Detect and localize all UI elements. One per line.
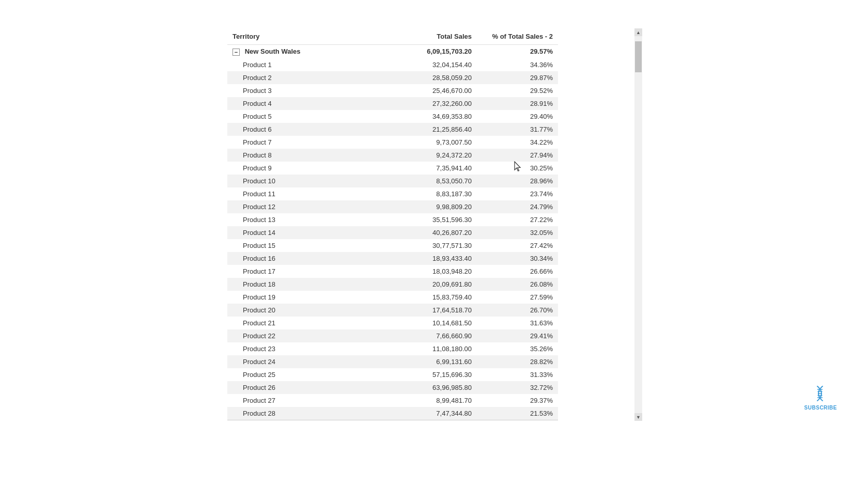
product-sales-cell: 18,03,948.20 xyxy=(365,265,477,278)
product-pct-cell: 29.40% xyxy=(477,110,558,123)
product-name-cell: Product 7 xyxy=(227,136,365,149)
table-row: Product 15 30,77,571.30 27.42% xyxy=(227,239,558,252)
total-sales-cell: 20,59,97,429.50 xyxy=(365,420,477,421)
scroll-down-arrow[interactable]: ▼ xyxy=(634,413,642,421)
subscribe-label: SUBSCRIBE xyxy=(804,405,837,411)
product-sales-cell: 9,98,809.20 xyxy=(365,200,477,213)
product-name-cell: Product 19 xyxy=(227,291,365,304)
table-row: Product 27 8,99,481.70 29.37% xyxy=(227,394,558,407)
product-name-cell: Product 2 xyxy=(227,71,365,84)
table-row: Product 26 63,96,985.80 32.72% xyxy=(227,381,558,394)
table-row: Product 28 7,47,344.80 21.53% xyxy=(227,407,558,420)
product-pct-cell: 26.08% xyxy=(477,278,558,291)
product-pct-cell: 31.77% xyxy=(477,123,558,136)
product-name-cell: Product 10 xyxy=(227,175,365,187)
product-pct-cell: 27.94% xyxy=(477,149,558,162)
product-sales-cell: 10,14,681.50 xyxy=(365,317,477,329)
product-pct-cell: 32.05% xyxy=(477,226,558,239)
dna-icon xyxy=(811,384,830,403)
product-sales-cell: 32,04,154.40 xyxy=(365,58,477,71)
table-row: Product 21 10,14,681.50 31.63% xyxy=(227,317,558,329)
scrollbar[interactable]: ▲ ▼ xyxy=(634,28,642,421)
table-row: Product 6 21,25,856.40 31.77% xyxy=(227,123,558,136)
group-name: New South Wales xyxy=(245,48,301,55)
subscribe-badge[interactable]: SUBSCRIBE xyxy=(804,384,837,411)
table-row: Product 12 9,98,809.20 24.79% xyxy=(227,200,558,213)
product-sales-cell: 20,09,691.80 xyxy=(365,278,477,291)
product-name-cell: Product 9 xyxy=(227,162,365,175)
product-sales-cell: 35,51,596.30 xyxy=(365,213,477,226)
product-sales-cell: 17,64,518.70 xyxy=(365,304,477,317)
product-sales-cell: 8,53,050.70 xyxy=(365,175,477,187)
product-name-cell: Product 4 xyxy=(227,97,365,110)
product-name-cell: Product 27 xyxy=(227,394,365,407)
table-row: Product 20 17,64,518.70 26.70% xyxy=(227,304,558,317)
product-name-cell: Product 6 xyxy=(227,123,365,136)
product-name-cell: Product 15 xyxy=(227,239,365,252)
group-territory-cell: − New South Wales xyxy=(227,45,365,58)
product-pct-cell: 30.25% xyxy=(477,162,558,175)
product-pct-cell: 26.66% xyxy=(477,265,558,278)
product-sales-cell: 6,99,131.60 xyxy=(365,355,477,368)
product-name-cell: Product 17 xyxy=(227,265,365,278)
table-row: Product 14 40,26,807.20 32.05% xyxy=(227,226,558,239)
product-sales-cell: 28,58,059.20 xyxy=(365,71,477,84)
product-name-cell: Product 8 xyxy=(227,149,365,162)
product-sales-cell: 63,96,985.80 xyxy=(365,381,477,394)
product-pct-cell: 29.52% xyxy=(477,84,558,97)
product-sales-cell: 40,26,807.20 xyxy=(365,226,477,239)
table-scroll-area[interactable]: Territory Total Sales % of Total Sales -… xyxy=(227,28,558,421)
product-name-cell: Product 22 xyxy=(227,329,365,342)
product-sales-cell: 57,15,696.30 xyxy=(365,368,477,381)
product-sales-cell: 8,83,187.30 xyxy=(365,187,477,200)
table-row: Product 8 9,24,372.20 27.94% xyxy=(227,149,558,162)
col-header-pct: % of Total Sales - 2 xyxy=(477,28,558,45)
table-row: Product 11 8,83,187.30 23.74% xyxy=(227,187,558,200)
table-row: Product 9 7,35,941.40 30.25% xyxy=(227,162,558,175)
table-row: Product 24 6,99,131.60 28.82% xyxy=(227,355,558,368)
group-sales-cell: 6,09,15,703.20 xyxy=(365,45,477,58)
table-row: Product 23 11,08,180.00 35.26% xyxy=(227,342,558,355)
total-label-cell: Total xyxy=(227,420,365,421)
table-row: Product 18 20,09,691.80 26.08% xyxy=(227,278,558,291)
product-pct-cell: 31.33% xyxy=(477,368,558,381)
data-table-container: Territory Total Sales % of Total Sales -… xyxy=(227,28,558,421)
table-row: Product 1 32,04,154.40 34.36% xyxy=(227,58,558,71)
product-sales-cell: 21,25,856.40 xyxy=(365,123,477,136)
product-name-cell: Product 20 xyxy=(227,304,365,317)
product-name-cell: Product 11 xyxy=(227,187,365,200)
col-header-sales: Total Sales xyxy=(365,28,477,45)
col-header-territory: Territory xyxy=(227,28,365,45)
product-pct-cell: 26.70% xyxy=(477,304,558,317)
group-header-row: − New South Wales 6,09,15,703.20 29.57% xyxy=(227,45,558,58)
product-sales-cell: 9,24,372.20 xyxy=(365,149,477,162)
product-name-cell: Product 1 xyxy=(227,58,365,71)
product-name-cell: Product 12 xyxy=(227,200,365,213)
table-row: Product 19 15,83,759.40 27.59% xyxy=(227,291,558,304)
product-pct-cell: 30.34% xyxy=(477,252,558,265)
table-row: Product 17 18,03,948.20 26.66% xyxy=(227,265,558,278)
product-pct-cell: 34.36% xyxy=(477,58,558,71)
scroll-up-arrow[interactable]: ▲ xyxy=(634,28,642,36)
total-row: Total 20,59,97,429.50 100.00% xyxy=(227,420,558,421)
product-sales-cell: 7,47,344.80 xyxy=(365,407,477,420)
product-pct-cell: 31.63% xyxy=(477,317,558,329)
product-sales-cell: 15,83,759.40 xyxy=(365,291,477,304)
table-row: Product 2 28,58,059.20 29.87% xyxy=(227,71,558,84)
scroll-thumb[interactable] xyxy=(635,41,642,72)
product-name-cell: Product 5 xyxy=(227,110,365,123)
product-name-cell: Product 18 xyxy=(227,278,365,291)
scroll-track[interactable] xyxy=(634,36,642,413)
table-row: Product 4 27,32,260.00 28.91% xyxy=(227,97,558,110)
product-sales-cell: 27,32,260.00 xyxy=(365,97,477,110)
table-row: Product 22 7,66,660.90 29.41% xyxy=(227,329,558,342)
product-name-cell: Product 16 xyxy=(227,252,365,265)
product-name-cell: Product 21 xyxy=(227,317,365,329)
product-pct-cell: 27.42% xyxy=(477,239,558,252)
product-name-cell: Product 23 xyxy=(227,342,365,355)
table-row: Product 5 34,69,353.80 29.40% xyxy=(227,110,558,123)
table-row: Product 10 8,53,050.70 28.96% xyxy=(227,175,558,187)
product-name-cell: Product 25 xyxy=(227,368,365,381)
collapse-icon[interactable]: − xyxy=(233,49,240,56)
group-pct-cell: 29.57% xyxy=(477,45,558,58)
